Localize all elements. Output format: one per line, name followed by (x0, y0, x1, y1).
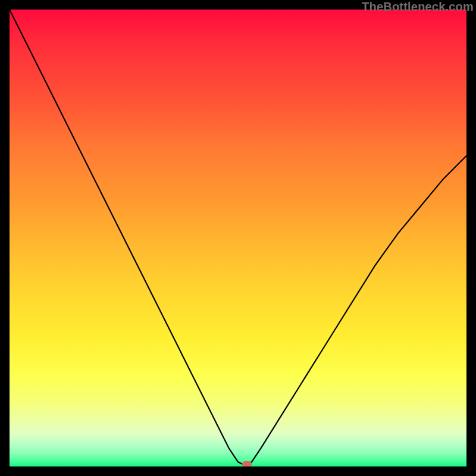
curve-layer (10, 10, 466, 466)
chart-container: TheBottleneck.com (0, 0, 476, 476)
minimum-marker (242, 461, 252, 466)
attribution-text: TheBottleneck.com (362, 0, 474, 14)
bottleneck-curve (10, 10, 466, 464)
plot-area (10, 10, 466, 466)
